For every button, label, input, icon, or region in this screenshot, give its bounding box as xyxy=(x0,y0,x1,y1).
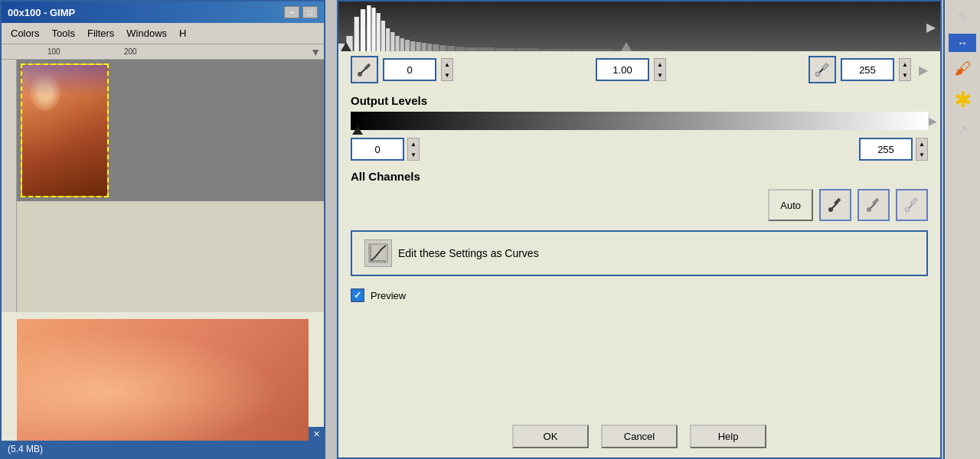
spin-down-max[interactable]: ▼ xyxy=(900,70,910,80)
svg-rect-19 xyxy=(447,46,455,51)
svg-rect-28 xyxy=(678,50,756,51)
svg-rect-16 xyxy=(427,44,432,51)
canvas-empty xyxy=(17,201,324,312)
eyedropper-white-button[interactable] xyxy=(808,56,836,83)
svg-point-39 xyxy=(828,207,833,212)
canvas-image xyxy=(21,63,109,197)
histogram-scroll-icon: ▶ xyxy=(926,19,936,34)
output-levels-label: Output Levels xyxy=(338,88,940,110)
input-mid-field[interactable] xyxy=(596,58,649,81)
output-spin-down[interactable]: ▼ xyxy=(408,149,419,160)
svg-rect-14 xyxy=(416,42,420,51)
menu-tools[interactable]: Tools xyxy=(49,26,78,41)
help-button[interactable]: Help xyxy=(690,425,766,448)
canvas-bottom-image xyxy=(17,319,309,441)
output-right-group: ▲ ▼ xyxy=(859,138,928,161)
eyedropper-light-icon xyxy=(903,197,920,213)
triangle-mid-marker xyxy=(621,42,632,51)
auto-button[interactable]: Auto xyxy=(768,189,813,221)
svg-rect-30 xyxy=(877,50,940,51)
eyedropper-mid-channel[interactable] xyxy=(858,189,890,221)
histogram-container: ▶ xyxy=(338,2,940,51)
svg-point-36 xyxy=(815,72,820,76)
svg-rect-15 xyxy=(422,43,426,51)
channels-buttons-row: Auto xyxy=(338,186,940,224)
eyedropper-light-channel[interactable] xyxy=(896,189,928,221)
input-levels-row: ▲ ▼ ▲ ▼ ▲ ▼ ▶ xyxy=(338,51,940,88)
output-max-field[interactable] xyxy=(859,138,913,161)
bottom-buttons-row: OK Cancel Help xyxy=(338,418,940,454)
menu-filters[interactable]: Filters xyxy=(84,26,117,41)
svg-rect-25 xyxy=(541,49,572,51)
spin-up-max[interactable]: ▲ xyxy=(900,59,910,70)
preview-label: Preview xyxy=(371,290,406,301)
output-min-spinner[interactable]: ▲ ▼ xyxy=(407,138,420,161)
ruler-left xyxy=(2,60,17,312)
eyedropper-dark-channel[interactable] xyxy=(819,189,851,221)
paint-brush-icon[interactable]: 🖌 xyxy=(949,55,976,83)
pointer-icon[interactable]: ✎ xyxy=(949,3,976,31)
gimp-window: 00x100 - GIMP – □ Colors Tools Filters W… xyxy=(0,0,325,459)
svg-point-33 xyxy=(358,72,362,76)
output-max-spin-down[interactable]: ▼ xyxy=(916,149,927,160)
svg-rect-20 xyxy=(456,47,465,51)
curves-icon xyxy=(364,239,392,267)
input-min-field[interactable] xyxy=(383,58,436,81)
output-max-spin-up[interactable]: ▲ xyxy=(916,138,927,149)
close-button[interactable]: ✕ xyxy=(309,427,324,441)
ruler-tick-200: 200 xyxy=(124,47,137,56)
spin-up-min[interactable]: ▲ xyxy=(442,59,452,70)
output-levels-row: ▲ ▼ ▲ ▼ xyxy=(338,135,940,164)
eyedropper-black-button[interactable] xyxy=(351,56,378,83)
histogram-display: ▶ xyxy=(338,2,940,51)
cursor-icon[interactable]: ↗ xyxy=(949,116,976,144)
all-channels-label: All Channels xyxy=(338,164,940,186)
input-max-field[interactable] xyxy=(841,58,894,81)
menu-more[interactable]: H xyxy=(176,26,189,41)
svg-rect-10 xyxy=(395,36,399,51)
preview-checkbox[interactable]: ✓ xyxy=(351,288,364,302)
ruler-arrow-icon: ▼ xyxy=(310,46,321,58)
menu-colors[interactable]: Colors xyxy=(8,26,43,41)
eyedropper-white-icon xyxy=(814,61,831,78)
ok-button[interactable]: OK xyxy=(512,425,589,448)
svg-rect-22 xyxy=(479,47,495,51)
svg-rect-5 xyxy=(371,8,375,51)
output-triangle-left xyxy=(352,126,363,135)
cancel-button[interactable]: Cancel xyxy=(601,425,678,448)
input-max-spinner[interactable]: ▲ ▼ xyxy=(899,58,911,81)
double-arrow-button[interactable]: ↔ xyxy=(949,34,976,52)
gimp-titlebar: 00x100 - GIMP – □ xyxy=(2,2,324,23)
input-mid-spinner[interactable]: ▲ ▼ xyxy=(654,58,666,81)
maximize-button[interactable]: □ xyxy=(302,6,318,18)
svg-rect-21 xyxy=(466,47,479,51)
edit-curves-button[interactable]: Edit these Settings as Curves xyxy=(351,230,928,276)
svg-point-45 xyxy=(905,207,910,212)
svg-rect-23 xyxy=(495,48,515,51)
eyedropper-black-icon xyxy=(356,61,373,78)
svg-rect-24 xyxy=(516,48,540,51)
star-icon[interactable]: ✱ xyxy=(949,86,976,113)
svg-rect-3 xyxy=(361,9,365,51)
gimp-menubar: Colors Tools Filters Windows H xyxy=(2,23,324,44)
output-left-group: ▲ ▼ xyxy=(351,138,420,161)
spin-up-mid[interactable]: ▲ xyxy=(655,59,665,70)
output-max-spinner[interactable]: ▲ ▼ xyxy=(916,138,928,161)
triangle-black-marker xyxy=(341,42,351,51)
eyedropper-mid-icon xyxy=(865,197,882,213)
canvas-content[interactable] xyxy=(17,60,324,312)
svg-rect-6 xyxy=(377,13,381,51)
svg-rect-4 xyxy=(367,5,371,51)
status-bar: (5.4 MB) xyxy=(2,441,324,457)
svg-rect-12 xyxy=(405,40,410,51)
input-min-spinner[interactable]: ▲ ▼ xyxy=(441,58,453,81)
output-min-field[interactable] xyxy=(351,138,404,161)
minimize-button[interactable]: – xyxy=(284,6,299,18)
spin-down-min[interactable]: ▼ xyxy=(442,70,452,80)
menu-windows[interactable]: Windows xyxy=(123,26,170,41)
spin-down-mid[interactable]: ▼ xyxy=(655,70,665,80)
output-spin-up[interactable]: ▲ xyxy=(408,138,419,149)
right-toolbar: ✎ ↔ 🖌 ✱ ↗ xyxy=(943,0,980,459)
svg-rect-29 xyxy=(757,50,876,51)
svg-rect-7 xyxy=(381,21,385,51)
